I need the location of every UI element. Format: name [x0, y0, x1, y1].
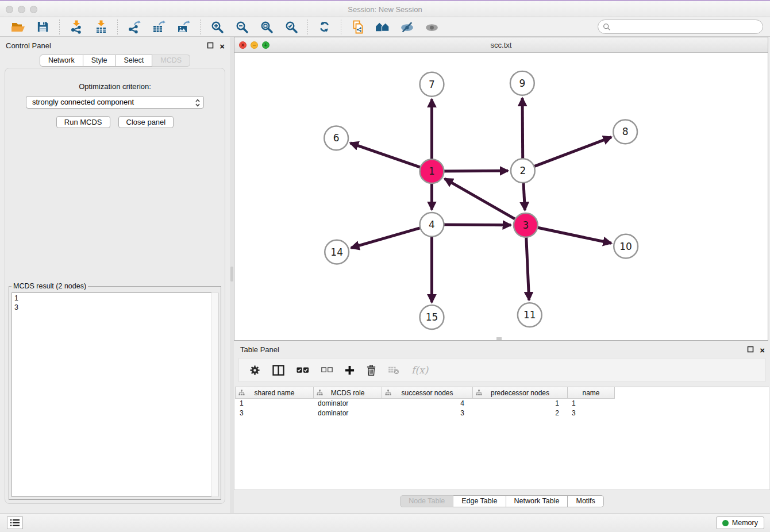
duplicate-network-icon [351, 20, 365, 34]
add-column-button[interactable] [345, 365, 355, 375]
table-cell[interactable]: 1 [235, 399, 313, 408]
table-cell[interactable]: 3 [382, 408, 472, 418]
result-scrollbar[interactable] [211, 292, 218, 497]
table-tab-node-table[interactable]: Node Table [400, 495, 453, 507]
open-session-button[interactable] [9, 18, 28, 36]
table-row-1[interactable]: 1dominator411 [235, 399, 769, 408]
table-cell[interactable]: dominator [313, 399, 382, 408]
edge-3-1[interactable] [445, 179, 526, 225]
table-cell[interactable]: 1 [472, 399, 567, 408]
network-graph[interactable]: 1234678910111415 [234, 53, 768, 340]
float-table-panel-button[interactable] [747, 345, 754, 355]
trash-icon [367, 365, 376, 376]
open-folder-icon [11, 20, 26, 34]
graph-node-3[interactable]: 3 [514, 213, 538, 237]
unchecked-boxes-icon [321, 367, 333, 373]
control-panel: Control Panel × NetworkStyleSelectMCDS O… [0, 37, 230, 513]
network-canvas[interactable]: 1234678910111415 [234, 53, 768, 340]
import-network-button[interactable] [67, 18, 86, 36]
edge-2-8[interactable] [523, 137, 611, 171]
control-tab-select[interactable]: Select [116, 55, 153, 67]
float-panel-icon [207, 42, 214, 49]
search-input[interactable] [611, 21, 763, 33]
search-box [598, 20, 763, 34]
graph-node-11[interactable]: 11 [518, 303, 542, 327]
close-panel-button[interactable]: Close panel [118, 116, 174, 128]
network-view-window: × – + scc.txt 1234678910111415 [234, 37, 768, 341]
zoom-in-button[interactable] [207, 18, 226, 36]
checked-boxes-icon [297, 367, 309, 373]
graph-node-7[interactable]: 7 [420, 72, 444, 97]
delete-table-button[interactable] [388, 365, 399, 375]
table-cell[interactable]: 1 [567, 399, 614, 408]
criterion-select[interactable]: strongly connected component [26, 96, 204, 109]
column-header-MCDS-role[interactable]: MCDS role [314, 387, 382, 398]
table-tab-edge-table[interactable]: Edge Table [453, 495, 506, 507]
graph-node-2[interactable]: 2 [511, 159, 535, 183]
table-row-2[interactable]: 3dominator323 [235, 408, 769, 418]
mcds-result-list[interactable]: 1 3 [11, 292, 218, 497]
column-header-successor-nodes[interactable]: successor nodes [382, 387, 473, 398]
divider-handle[interactable] [230, 267, 233, 282]
graph-node-9[interactable]: 9 [510, 71, 534, 95]
graph-node-4[interactable]: 4 [420, 213, 444, 237]
eye-icon [425, 20, 439, 34]
close-table-panel-icon[interactable]: × [760, 346, 765, 354]
select-all-columns-button[interactable] [297, 367, 309, 373]
duplicate-network-button[interactable] [348, 18, 367, 36]
run-mcds-button[interactable]: Run MCDS [56, 116, 110, 128]
export-image-button[interactable] [174, 18, 193, 36]
zoom-fit-button[interactable] [257, 18, 276, 36]
graph-node-8[interactable]: 8 [613, 120, 637, 144]
memory-button[interactable]: Memory [716, 516, 764, 529]
control-panel-title: Control Panel [6, 41, 51, 50]
float-panel-button[interactable] [207, 41, 214, 51]
graph-node-14[interactable]: 14 [325, 240, 349, 264]
split-panel-button[interactable] [272, 365, 284, 376]
export-network-button[interactable] [125, 18, 144, 36]
control-tab-network[interactable]: Network [40, 55, 83, 67]
refresh-layout-button[interactable] [315, 18, 334, 36]
gear-icon [249, 365, 260, 376]
panel-divider[interactable] [230, 37, 234, 513]
show-hidden-button[interactable] [422, 18, 441, 36]
graph-node-1[interactable]: 1 [420, 159, 444, 183]
export-table-button[interactable] [149, 18, 168, 36]
column-type-icon [238, 390, 245, 396]
graph-node-6[interactable]: 6 [324, 126, 348, 150]
delete-column-button[interactable] [367, 365, 376, 376]
table-cell[interactable]: 3 [235, 408, 313, 418]
svg-text:15: 15 [426, 311, 438, 323]
graph-node-15[interactable]: 15 [420, 305, 444, 329]
task-history-button[interactable] [7, 516, 23, 529]
column-header-name[interactable]: name [568, 387, 615, 398]
zoom-out-icon [235, 20, 249, 34]
table-cell[interactable]: dominator [313, 408, 382, 418]
control-tab-style[interactable]: Style [83, 55, 116, 67]
column-header-predecessor-nodes[interactable]: predecessor nodes [473, 387, 568, 398]
mcds-result-box: MCDS result (2 nodes) 1 3 [9, 282, 221, 500]
zoom-selected-button[interactable] [282, 18, 301, 36]
table-cell[interactable]: 3 [567, 408, 614, 418]
edge-3-10[interactable] [526, 225, 611, 243]
table-cell[interactable]: 4 [382, 399, 472, 408]
table-settings-button[interactable] [249, 365, 260, 376]
show-home-networks-button[interactable] [373, 18, 392, 36]
canvas-scroll-handle[interactable] [496, 337, 502, 340]
table-toolbar: f(x) [238, 358, 765, 382]
hide-selected-button[interactable] [398, 18, 417, 36]
deselect-all-columns-button[interactable] [321, 367, 333, 373]
table-tab-network-table[interactable]: Network Table [506, 495, 568, 507]
column-header-shared-name[interactable]: shared name [236, 387, 314, 398]
save-session-button[interactable] [33, 18, 52, 36]
control-tab-mcds[interactable]: MCDS [152, 55, 190, 67]
apply-function-button[interactable]: f(x) [411, 364, 428, 376]
table-tab-motifs[interactable]: Motifs [568, 495, 603, 507]
edge-1-6[interactable] [351, 143, 432, 171]
table-cell[interactable]: 2 [472, 408, 567, 418]
zoom-out-button[interactable] [232, 18, 251, 36]
graph-node-10[interactable]: 10 [614, 234, 638, 259]
import-table-button[interactable] [91, 18, 110, 36]
window-title: Session: New Session [0, 5, 770, 14]
close-panel-icon[interactable]: × [220, 43, 225, 50]
